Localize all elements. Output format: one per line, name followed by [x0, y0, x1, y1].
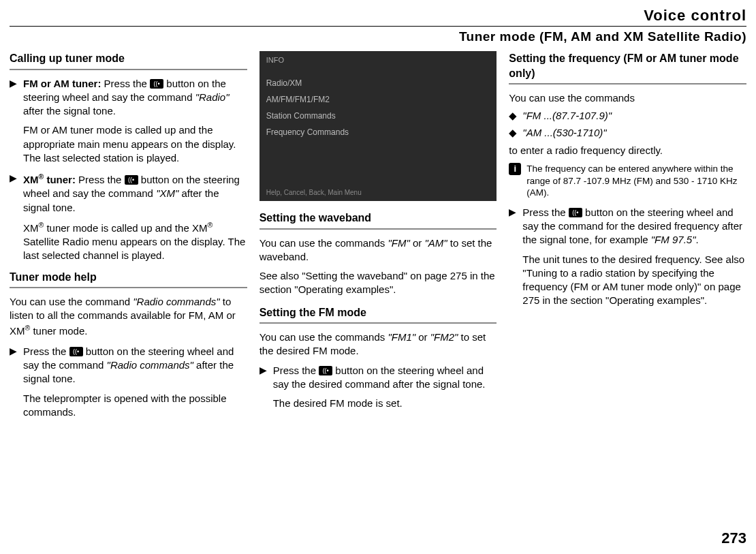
voice-command: "Radio commands" [107, 359, 193, 371]
column-3: Setting the frequency (FM or AM tuner mo… [509, 51, 746, 426]
page-subheader: Tuner mode (FM, AM and XM Satellite Radi… [10, 26, 746, 44]
triangle-icon: ▶ [509, 206, 522, 247]
text: after the signal tone. [23, 105, 116, 117]
step-lead: FM or AM tuner: [23, 78, 101, 89]
column-2: INFO Radio/XM AM/FM/FM1/FM2 Station Comm… [259, 51, 497, 426]
page-number: 273 [721, 529, 746, 547]
text: Press the [101, 78, 150, 89]
info-text: The frequency can be entered anywhere wi… [526, 163, 746, 199]
text: XM [23, 222, 39, 234]
triangle-icon: ▶ [10, 172, 23, 215]
step-lead: XM® tuner: [23, 174, 76, 185]
step-xm-tuner: ▶ XM® tuner: Press the ((• button on the… [10, 172, 247, 215]
step-body: Press the ((• button on the steering whe… [522, 206, 746, 247]
voice-button-icon: ((• [150, 79, 163, 89]
bullet-fm-range: ◆ "FM ...(87.7-107.9)" [509, 109, 746, 123]
voice-command: "FM1" [388, 331, 415, 343]
text: tuner mode is called up and the XM [44, 222, 207, 234]
triangle-icon: ▶ [10, 345, 23, 386]
voice-button-icon: ((• [125, 175, 138, 185]
column-1: Calling up tuner mode ▶ FM or AM tuner: … [10, 51, 247, 426]
text: Press the [273, 365, 319, 376]
voice-button-icon: ((• [569, 208, 582, 217]
text: XM [23, 174, 39, 185]
triangle-icon: ▶ [259, 364, 273, 392]
sup: ® [207, 221, 212, 229]
step-fm-mode: ▶ Press the ((• button on the steering w… [259, 364, 497, 392]
heading-tuner-mode-help: Tuner mode help [10, 270, 247, 286]
bullet-am-range: ◆ "AM ...(530-1710)" [509, 126, 746, 140]
rule [10, 287, 247, 288]
voice-command: "AM ...(530-1710)" [522, 126, 606, 140]
heading-setting-fm-mode: Setting the FM mode [259, 305, 497, 322]
paragraph: to enter a radio frequency directly. [509, 144, 746, 157]
rule [10, 69, 247, 70]
rule [259, 322, 497, 324]
ss-menu-item: Frequency Commands [266, 127, 490, 138]
step-result: The unit tunes to the desired frequency.… [522, 253, 746, 308]
text: tuner mode. [30, 325, 87, 337]
step-result: The desired FM mode is set. [273, 397, 497, 410]
text: tuner: [44, 174, 76, 185]
voice-command: "FM 97.5" [651, 234, 696, 245]
content-columns: Calling up tuner mode ▶ FM or AM tuner: … [10, 51, 746, 426]
step-body: Press the ((• button on the steering whe… [273, 364, 497, 392]
step-result: XM® tuner mode is called up and the XM® … [23, 220, 247, 263]
step-radio-commands: ▶ Press the ((• button on the steering w… [10, 345, 247, 386]
triangle-icon: ▶ [10, 77, 23, 119]
text: Satellite Radio menu appears on the disp… [23, 236, 245, 261]
voice-button-icon: ((• [69, 347, 83, 356]
ss-footer: Help, Cancel, Back, Main Menu [266, 188, 490, 198]
paragraph: You can use the commands [509, 91, 746, 105]
text: You can use the commands [259, 331, 388, 343]
heading-setting-frequency: Setting the frequency (FM or AM tuner mo… [509, 51, 746, 82]
heading-calling-up-tuner: Calling up tuner mode [10, 51, 247, 67]
voice-command: "Radio commands" [133, 296, 219, 307]
step-body: XM® tuner: Press the ((• button on the s… [23, 172, 247, 215]
ss-menu-item: Station Commands [266, 110, 490, 121]
text: or [410, 237, 425, 249]
voice-button-icon: ((• [319, 366, 332, 375]
text: Press the [522, 206, 569, 218]
running-header: Voice control [10, 7, 746, 25]
text: You can use the command [10, 296, 133, 307]
step-set-frequency: ▶ Press the ((• button on the steering w… [509, 206, 746, 247]
voice-command: "FM2" [430, 331, 458, 343]
bullet-icon: ◆ [509, 109, 522, 123]
step-result: The teleprompter is opened with the poss… [23, 392, 247, 420]
rule [259, 228, 497, 230]
voice-command: "Radio" [195, 91, 230, 103]
paragraph: You can use the commands "FM" or "AM" to… [259, 236, 497, 264]
bullet-icon: ◆ [509, 126, 522, 140]
voice-command: "XM" [156, 187, 178, 199]
ss-menu-item: Radio/XM [266, 78, 490, 89]
text: You can use the commands [259, 237, 388, 249]
text: Press the [76, 174, 125, 185]
voice-command: "FM ...(87.7-107.9)" [522, 109, 612, 123]
text: . [695, 234, 698, 245]
step-fm-am-tuner: ▶ FM or AM tuner: Press the ((• button o… [10, 77, 247, 119]
step-result: FM or AM tuner mode is called up and the… [23, 123, 247, 165]
paragraph: See also "Setting the waveband" on page … [259, 269, 497, 297]
text: Press the [23, 345, 69, 357]
ss-top-bar: INFO [266, 55, 490, 65]
voice-command: "AM" [424, 237, 447, 249]
heading-setting-waveband: Setting the waveband [259, 211, 497, 227]
paragraph: You can use the command "Radio commands"… [10, 295, 247, 338]
page: Voice control Tuner mode (FM, AM and XM … [0, 0, 756, 554]
text: or [415, 331, 430, 343]
rule [509, 83, 746, 84]
paragraph: You can use the commands "FM1" or "FM2" … [259, 330, 497, 358]
voice-command: "FM" [388, 237, 409, 249]
display-screenshot: INFO Radio/XM AM/FM/FM1/FM2 Station Comm… [259, 51, 497, 201]
ss-menu-item: AM/FM/FM1/FM2 [266, 94, 490, 105]
info-note: i The frequency can be entered anywhere … [509, 163, 746, 199]
step-body: FM or AM tuner: Press the ((• button on … [23, 77, 247, 119]
step-body: Press the ((• button on the steering whe… [23, 345, 247, 386]
info-icon: i [509, 163, 521, 175]
